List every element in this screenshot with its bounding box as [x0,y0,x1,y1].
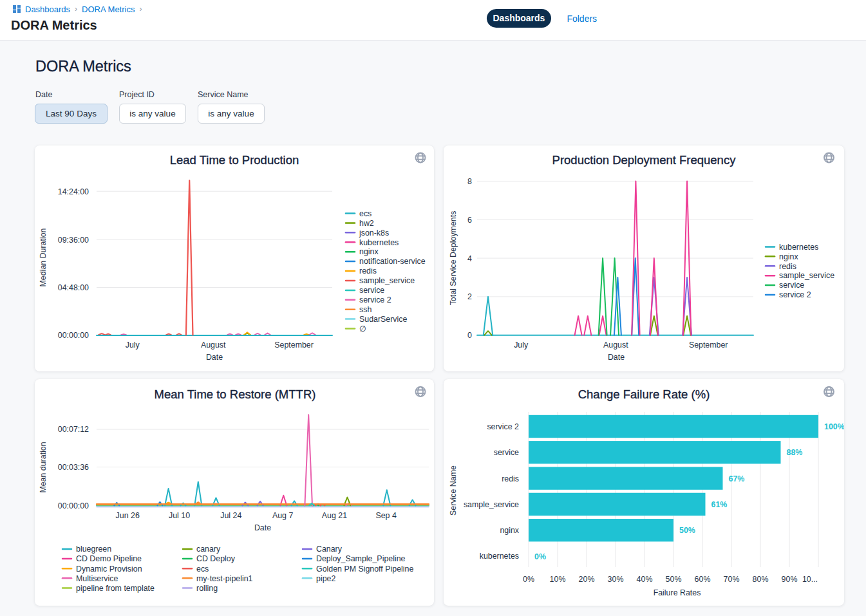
svg-text:json-k8s: json-k8s [359,229,389,238]
svg-text:Lead Time to Production: Lead Time to Production [170,153,299,167]
svg-text:0: 0 [467,331,472,340]
svg-text:hw2: hw2 [359,219,374,228]
svg-text:Multiservice: Multiservice [76,574,118,583]
svg-text:sample_service: sample_service [779,271,834,280]
svg-text:10...: 10... [802,575,818,584]
svg-text:Jun 26: Jun 26 [116,511,140,520]
svg-text:kubernetes: kubernetes [779,243,818,252]
svg-text:Date: Date [608,353,625,362]
svg-text:0%: 0% [534,552,546,561]
svg-text:nginx: nginx [359,247,379,256]
svg-text:0%: 0% [523,575,534,584]
svg-text:kubernetes: kubernetes [480,552,519,561]
svg-text:14:24:00: 14:24:00 [58,187,89,196]
svg-text:60%: 60% [695,575,711,584]
svg-text:00:03:36: 00:03:36 [58,463,89,472]
svg-text:61%: 61% [711,500,728,509]
svg-text:sample_service: sample_service [359,276,415,285]
svg-text:67%: 67% [729,474,745,483]
svg-text:Aug 7: Aug 7 [272,511,293,520]
svg-text:redis: redis [779,262,796,271]
svg-text:SudarService: SudarService [359,315,407,324]
svg-text:90%: 90% [782,575,798,584]
svg-text:service 2: service 2 [359,295,391,304]
svg-text:Mean Time to Restore (MTTR): Mean Time to Restore (MTTR) [155,387,316,401]
svg-text:July: July [126,341,140,350]
svg-text:September: September [689,341,728,350]
svg-text:pipe2: pipe2 [316,574,335,583]
svg-text:Sep 4: Sep 4 [375,511,396,520]
svg-text:Deploy_Sample_Pipeline: Deploy_Sample_Pipeline [316,554,406,563]
svg-text:70%: 70% [724,575,740,584]
svg-text:Date: Date [206,353,223,362]
svg-text:kubernetes: kubernetes [359,238,399,247]
svg-text:CD Deploy: CD Deploy [196,554,236,563]
svg-text:Jul 24: Jul 24 [220,511,241,520]
svg-text:10%: 10% [550,575,566,584]
svg-text:redis: redis [359,266,377,275]
svg-text:sample_service: sample_service [464,500,519,509]
svg-text:canary: canary [196,545,221,554]
svg-text:Service Name: Service Name [449,465,458,516]
svg-text:04:48:00: 04:48:00 [58,283,89,292]
svg-text:August: August [201,341,226,350]
svg-text:8: 8 [467,177,472,186]
svg-text:88%: 88% [787,448,803,457]
svg-text:20%: 20% [579,575,595,584]
svg-text:∅: ∅ [359,324,366,333]
svg-text:Production Deployment Frequenc: Production Deployment Frequency [552,153,737,167]
svg-text:50%: 50% [679,526,695,535]
svg-text:Golden PM Signoff Pipeline: Golden PM Signoff Pipeline [316,565,413,574]
svg-text:00:00:00: 00:00:00 [58,501,89,510]
svg-text:ecs: ecs [359,209,372,218]
svg-text:ssh: ssh [359,305,372,314]
svg-text:nginx: nginx [500,526,519,535]
svg-text:ecs: ecs [196,565,209,574]
svg-text:30%: 30% [608,575,624,584]
svg-text:Jul 10: Jul 10 [169,511,190,520]
svg-text:50%: 50% [666,575,682,584]
svg-text:Dynamic Provision: Dynamic Provision [76,565,142,574]
svg-text:CD Demo Pipeline: CD Demo Pipeline [76,554,142,563]
svg-text:rolling: rolling [196,584,218,593]
svg-text:service: service [494,448,519,457]
svg-text:service: service [779,281,804,290]
svg-text:service: service [359,286,384,295]
svg-text:bluegreen: bluegreen [76,545,111,554]
svg-text:Aug 21: Aug 21 [322,511,347,520]
svg-text:my-test-pipelin1: my-test-pipelin1 [196,574,253,583]
svg-text:Failure Rates: Failure Rates [654,588,701,597]
svg-text:pipeline from template: pipeline from template [76,584,155,593]
svg-text:nginx: nginx [779,252,798,261]
svg-text:80%: 80% [753,575,769,584]
svg-text:Mean duration: Mean duration [39,442,48,492]
svg-text:redis: redis [502,474,519,483]
svg-text:Median Duration: Median Duration [39,228,48,286]
svg-text:service 2: service 2 [487,422,519,431]
svg-text:notification-service: notification-service [359,257,426,266]
svg-text:August: August [603,341,628,350]
svg-text:September: September [274,341,314,350]
svg-text:00:00:00: 00:00:00 [58,331,89,340]
svg-text:40%: 40% [637,575,653,584]
svg-text:service 2: service 2 [779,290,811,299]
svg-text:6: 6 [467,216,472,225]
svg-text:00:07:12: 00:07:12 [58,425,89,434]
svg-text:4: 4 [467,254,472,263]
svg-text:09:36:00: 09:36:00 [58,236,89,245]
svg-text:2: 2 [467,292,472,301]
svg-text:Total Service Deployments: Total Service Deployments [449,211,458,306]
svg-text:July: July [514,341,529,350]
svg-text:Date: Date [254,523,271,532]
svg-text:Change Failure Rate (%): Change Failure Rate (%) [578,387,710,401]
svg-text:100%: 100% [824,422,844,431]
svg-text:Canary: Canary [316,545,343,554]
